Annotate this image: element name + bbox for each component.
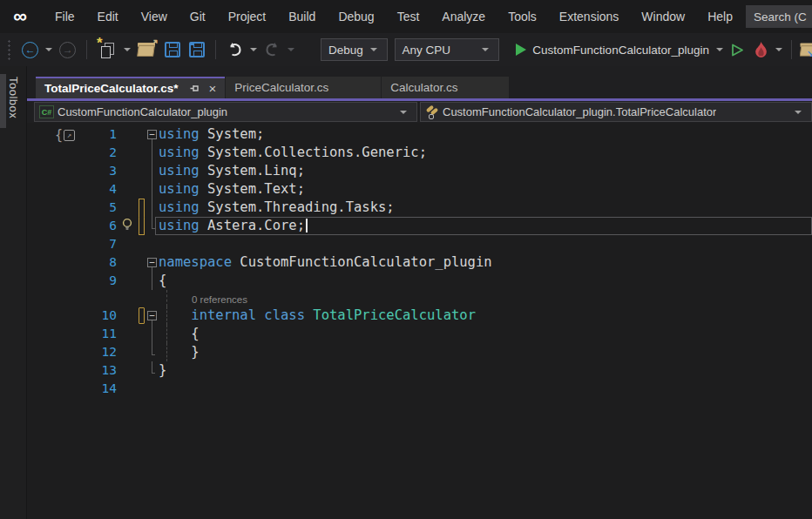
navigation-bar: C# CustomFunctionCalculator_plugin Custo…	[27, 102, 812, 123]
code-text[interactable]: using Astera.Core;	[155, 217, 812, 235]
menu-item-help[interactable]: Help	[696, 0, 744, 33]
open-file-button[interactable]: ↗	[135, 38, 159, 61]
change-margin	[138, 180, 146, 199]
toolbar: ← → * ↗ Debug Any CPU CustomFunctionCalc…	[0, 33, 812, 66]
search-input[interactable]: Search (C	[746, 5, 812, 28]
code-token	[159, 307, 191, 323]
tab-label: Calculator.cs	[390, 81, 457, 94]
code-line: 5using System.Threading.Tasks;	[27, 199, 812, 217]
tab-calculator-cs[interactable]: Calculator.cs	[382, 77, 509, 98]
code-text[interactable]: using System.Text;	[159, 180, 812, 199]
pin-icon[interactable]	[189, 83, 200, 94]
forward-icon: →	[59, 42, 76, 58]
toolbar-separator	[215, 40, 216, 59]
save-button[interactable]	[162, 38, 183, 61]
code-text[interactable]: }	[159, 361, 812, 380]
collapse-region-icon[interactable]: −	[147, 258, 157, 267]
code-token: using	[159, 181, 200, 197]
line-number[interactable]: 13	[27, 361, 117, 380]
menu-item-extensions[interactable]: Extensions	[548, 0, 630, 33]
outline-margin	[146, 290, 159, 307]
collapse-region-icon[interactable]: −	[147, 130, 157, 139]
codelens-references[interactable]: 0 references	[159, 294, 247, 305]
undo-dropdown-caret[interactable]	[250, 48, 257, 51]
clipped-toolbar-button[interactable]: ↘	[800, 43, 812, 57]
line-number[interactable]: 14	[27, 380, 117, 398]
line-number[interactable]: 3	[27, 162, 117, 180]
undo-button[interactable]	[224, 38, 246, 61]
line-number[interactable]: 10	[27, 307, 117, 325]
toolbox-collapsed-tab[interactable]: Toolbox	[7, 77, 20, 118]
new-file-button[interactable]: *	[95, 38, 119, 61]
navigate-forward-button[interactable]: →	[57, 38, 78, 61]
code-text[interactable]: using System.Collections.Generic;	[159, 144, 812, 162]
code-editor[interactable]: {↗ 1−using System;2using System.Collecti…	[27, 123, 812, 519]
code-line: 3using System.Linq;	[27, 162, 812, 180]
collapse-region-icon[interactable]: −	[147, 311, 157, 320]
project-dropdown[interactable]: C# CustomFunctionCalculator_plugin	[34, 102, 417, 122]
line-number[interactable]: 11	[27, 325, 117, 343]
code-text[interactable]	[159, 380, 812, 398]
glyph-margin	[117, 180, 138, 199]
menu-item-git[interactable]: Git	[179, 0, 217, 33]
menu-item-edit[interactable]: Edit	[86, 0, 130, 33]
hot-reload-button[interactable]	[751, 38, 771, 61]
code-text[interactable]: internal class TotalPriceCalculator	[159, 307, 812, 325]
line-number[interactable]: 7	[27, 235, 117, 253]
outline-margin	[146, 235, 159, 253]
solution-configuration-dropdown[interactable]: Debug	[321, 38, 388, 61]
outline-margin: −	[146, 307, 159, 325]
glyph-margin	[117, 272, 138, 290]
code-text[interactable]: }	[159, 343, 812, 361]
code-structure-icon[interactable]: {↗	[55, 127, 75, 143]
menu-item-build[interactable]: Build	[277, 0, 327, 33]
menu-item-file[interactable]: File	[44, 0, 86, 33]
tab-totalpricecalculator-cs-[interactable]: TotalPriceCalculator.cs*×	[36, 77, 225, 98]
glyph-margin	[117, 235, 138, 253]
menu-item-debug[interactable]: Debug	[327, 0, 385, 33]
tab-label: TotalPriceCalculator.cs*	[44, 82, 179, 95]
code-text[interactable]: {	[159, 325, 812, 343]
code-text[interactable]: using System.Linq;	[159, 162, 812, 180]
code-token: TotalPriceCalculator	[313, 307, 476, 323]
code-text[interactable]: namespace CustomFunctionCalculator_plugi…	[159, 253, 812, 272]
solution-platform-dropdown[interactable]: Any CPU	[395, 38, 500, 61]
line-number[interactable]: 8	[27, 253, 117, 272]
menu-item-analyze[interactable]: Analyze	[430, 0, 497, 33]
menu-item-project[interactable]: Project	[217, 0, 278, 33]
start-dropdown-caret[interactable]	[716, 48, 723, 51]
tab-pricecalculator-cs[interactable]: PriceCalculator.cs	[226, 77, 381, 98]
redo-dropdown-caret[interactable]	[288, 48, 294, 51]
start-debugging-button[interactable]: CustomFunctionCalculator_plugin	[506, 38, 712, 61]
hot-reload-dropdown-caret[interactable]	[775, 48, 782, 51]
navigate-back-button[interactable]: ←	[19, 38, 41, 61]
glyph-margin	[117, 361, 138, 380]
save-all-button[interactable]	[186, 38, 207, 61]
line-number[interactable]: 12	[27, 343, 117, 361]
menu-item-view[interactable]: View	[130, 0, 179, 33]
code-text[interactable]: {	[159, 272, 812, 290]
line-number[interactable]: 2	[27, 144, 117, 162]
code-text[interactable]: using System;	[159, 125, 812, 144]
toolbar-grip[interactable]	[7, 39, 12, 60]
menu-item-test[interactable]: Test	[386, 0, 431, 33]
chevron-down-icon	[482, 48, 489, 51]
close-icon[interactable]: ×	[209, 82, 217, 95]
code-text[interactable]	[159, 235, 812, 253]
type-dropdown[interactable]: CustomFunctionCalculator_plugin.TotalPri…	[420, 102, 812, 122]
line-number[interactable]: 5	[27, 199, 117, 217]
new-file-dropdown-caret[interactable]	[124, 48, 131, 51]
menu-bar: ∞ FileEditViewGitProjectBuildDebugTestAn…	[0, 0, 812, 33]
lightbulb-icon[interactable]	[121, 218, 133, 235]
line-number[interactable]: 6	[27, 217, 117, 235]
code-line: 13}	[27, 361, 812, 380]
line-number[interactable]: 4	[27, 180, 117, 199]
start-without-debugging-button[interactable]	[727, 38, 748, 61]
redo-button[interactable]	[261, 38, 283, 61]
line-number[interactable]: 9	[27, 272, 117, 290]
outline-margin	[146, 380, 159, 398]
menu-item-window[interactable]: Window	[630, 0, 696, 33]
code-text[interactable]: using System.Threading.Tasks;	[159, 199, 812, 217]
menu-item-tools[interactable]: Tools	[497, 0, 548, 33]
back-dropdown-caret[interactable]	[45, 48, 52, 51]
